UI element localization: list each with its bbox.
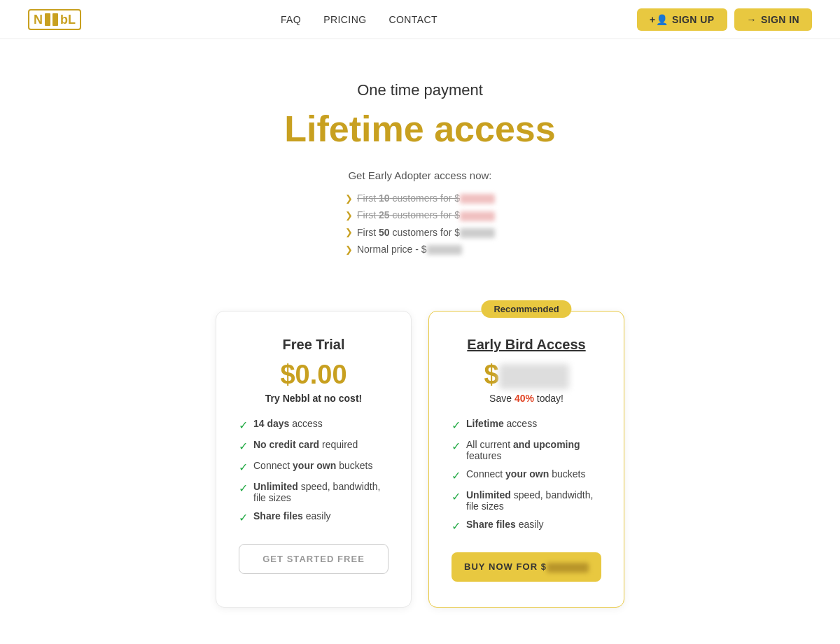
logo-text: N [34, 13, 43, 26]
early-bird-features: ✓ Lifetime access ✓ All current and upco… [451, 418, 601, 533]
buy-now-label: BUY NOW FOR $ [464, 561, 547, 572]
buy-now-button[interactable]: BUY NOW FOR $ [451, 552, 601, 582]
feature-own-buckets: ✓ Connect your own buckets [239, 460, 388, 474]
logo-rect-2 [52, 13, 58, 26]
check-icon: ✓ [239, 511, 248, 524]
chevron-icon: ❯ [345, 244, 353, 255]
check-icon: ✓ [239, 419, 248, 432]
chevron-icon: ❯ [345, 193, 353, 204]
logo-rect-1 [45, 13, 50, 26]
check-icon: ✓ [239, 482, 248, 495]
feature-upcoming: ✓ All current and upcoming features [451, 439, 601, 461]
feature-unlimited-2: ✓ Unlimited speed, bandwidth, file sizes [451, 489, 601, 512]
price-blurred [499, 364, 569, 389]
free-trial-features: ✓ 14 days access ✓ No credit card requir… [239, 418, 388, 524]
feature-share: ✓ Share files easily [239, 510, 388, 524]
free-trial-card: Free Trial $0.00 Try Nebbl at no cost! ✓… [216, 311, 412, 608]
feature-own-buckets-2: ✓ Connect your own buckets [451, 468, 601, 482]
free-trial-title: Free Trial [239, 337, 388, 353]
tier-1: ❯ First 10 customers for $ [345, 192, 495, 204]
logo[interactable]: N bL [28, 9, 81, 30]
early-bird-title: Early Bird Access [451, 337, 601, 353]
recommended-badge: Recommended [481, 300, 571, 318]
free-trial-price: $0.00 [239, 360, 388, 390]
signup-button[interactable]: +👤 SIGN UP [637, 8, 727, 31]
nav-pricing[interactable]: PRICING [323, 14, 366, 25]
check-icon: ✓ [239, 440, 248, 453]
free-trial-tagline: Try Nebbl at no cost! [239, 393, 388, 404]
pricing-tiers: ❯ First 10 customers for $ ❯ First 25 cu… [345, 192, 495, 260]
navbar: N bL FAQ PRICING CONTACT +👤 SIGN UP → SI… [0, 0, 840, 39]
signin-label: SIGN IN [761, 14, 799, 25]
secure-section: Secure transactions with: 🔒 SECURE 🔒 SSL… [0, 636, 840, 644]
check-icon: ✓ [451, 419, 461, 432]
nav-actions: +👤 SIGN UP → SIGN IN [637, 8, 812, 31]
signin-icon: → [747, 14, 757, 25]
feature-share-2: ✓ Share files easily [451, 519, 601, 533]
tier-3: ❯ First 50 customers for $ [345, 227, 495, 238]
signup-label: SIGN UP [672, 14, 715, 25]
signin-button[interactable]: → SIGN IN [734, 8, 812, 31]
hero-subtitle: One time payment [14, 81, 826, 99]
check-icon: ✓ [451, 490, 461, 503]
save-percent: 40% [514, 393, 534, 404]
feature-unlimited: ✓ Unlimited speed, bandwidth, file sizes [239, 481, 388, 503]
chevron-icon: ❯ [345, 227, 353, 237]
nav-contact[interactable]: CONTACT [388, 14, 438, 25]
hero-section: One time payment Lifetime access Get Ear… [0, 39, 840, 297]
check-icon: ✓ [451, 519, 461, 533]
tier-2: ❯ First 25 customers for $ [345, 209, 495, 220]
check-icon: ✓ [239, 461, 248, 474]
chevron-icon: ❯ [345, 210, 353, 220]
logo-text-2: bL [60, 13, 76, 26]
feature-lifetime: ✓ Lifetime access [451, 418, 601, 432]
hero-early-text: Get Early Adopter access now: [14, 169, 826, 181]
get-started-button[interactable]: GET STARTED FREE [239, 544, 388, 574]
buy-price-blurred [547, 563, 589, 573]
early-bird-card: Recommended Early Bird Access $ Save 40%… [428, 311, 624, 608]
signup-icon: +👤 [650, 14, 668, 25]
feature-no-cc: ✓ No credit card required [239, 439, 388, 453]
feature-14days: ✓ 14 days access [239, 418, 388, 432]
pricing-cards: Free Trial $0.00 Try Nebbl at no cost! ✓… [0, 297, 840, 636]
hero-title: Lifetime access [14, 108, 826, 150]
nav-links: FAQ PRICING CONTACT [281, 14, 438, 25]
tier-normal: ❯ Normal price - $ [345, 244, 495, 255]
check-icon: ✓ [451, 469, 461, 482]
early-bird-save: Save 40% today! [451, 393, 601, 404]
early-bird-price: $ [451, 360, 601, 390]
check-icon: ✓ [451, 440, 461, 453]
nav-faq[interactable]: FAQ [281, 14, 301, 25]
